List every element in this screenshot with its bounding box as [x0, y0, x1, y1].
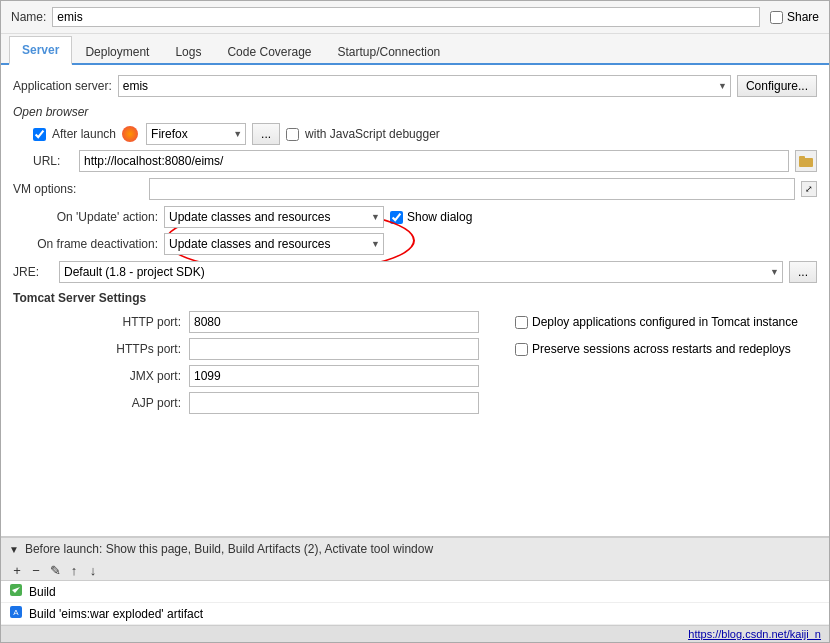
- on-frame-select[interactable]: Update classes and resources Hot swap cl…: [164, 233, 384, 255]
- footer: https://blog.csdn.net/kaiji_n: [1, 625, 829, 642]
- url-label: URL:: [33, 154, 73, 168]
- vm-expand-button[interactable]: ⤢: [801, 181, 817, 197]
- https-port-label: HTTPs port:: [21, 342, 181, 356]
- ajp-port-input[interactable]: [189, 392, 479, 414]
- up-before-launch-button[interactable]: ↑: [66, 562, 82, 578]
- build-label-2: Build 'eims:war exploded' artifact: [29, 607, 203, 621]
- app-server-label: Application server:: [13, 79, 112, 93]
- open-browser-label: Open browser: [13, 105, 817, 119]
- build-icon-1: [9, 583, 23, 600]
- jmx-port-label: JMX port:: [21, 369, 181, 383]
- remove-before-launch-button[interactable]: −: [28, 562, 44, 578]
- deploy-apps-label: Deploy applications configured in Tomcat…: [532, 315, 798, 329]
- url-input[interactable]: [79, 150, 789, 172]
- before-launch-label: Before launch: Show this page, Build, Bu…: [25, 542, 433, 556]
- main-content: Application server: emis Configure... Op…: [1, 65, 829, 536]
- url-folder-button[interactable]: [795, 150, 817, 172]
- jmx-port-input[interactable]: [189, 365, 479, 387]
- on-update-select[interactable]: Update classes and resources Hot swap cl…: [164, 206, 384, 228]
- svg-rect-0: [799, 158, 813, 167]
- svg-rect-1: [799, 156, 805, 159]
- deploy-apps-check[interactable]: [515, 316, 528, 329]
- configure-button[interactable]: Configure...: [737, 75, 817, 97]
- tab-server[interactable]: Server: [9, 36, 72, 65]
- on-frame-label: On frame deactivation:: [13, 237, 158, 251]
- browser-more-button[interactable]: ...: [252, 123, 280, 145]
- preserve-sessions-check[interactable]: [515, 343, 528, 356]
- https-port-input[interactable]: [189, 338, 479, 360]
- tabs-bar: Server Deployment Logs Code Coverage Sta…: [1, 34, 829, 65]
- jre-label: JRE:: [13, 265, 53, 279]
- tab-startup[interactable]: Startup/Connection: [325, 38, 454, 65]
- tab-logs[interactable]: Logs: [162, 38, 214, 65]
- edit-before-launch-button[interactable]: ✎: [47, 562, 63, 578]
- show-dialog-check[interactable]: [390, 211, 403, 224]
- build-icon-2: A: [9, 605, 23, 622]
- app-server-select[interactable]: emis: [118, 75, 731, 97]
- before-launch-toggle[interactable]: ▼: [9, 544, 19, 555]
- build-item-2: A Build 'eims:war exploded' artifact: [1, 603, 829, 625]
- ajp-port-label: AJP port:: [21, 396, 181, 410]
- tomcat-section-label: Tomcat Server Settings: [13, 291, 817, 305]
- jre-select[interactable]: Default (1.8 - project SDK): [59, 261, 783, 283]
- build-label-1: Build: [29, 585, 56, 599]
- add-before-launch-button[interactable]: +: [9, 562, 25, 578]
- footer-url[interactable]: https://blog.csdn.net/kaiji_n: [688, 628, 821, 640]
- tab-code-coverage[interactable]: Code Coverage: [214, 38, 324, 65]
- tab-deployment[interactable]: Deployment: [72, 38, 162, 65]
- name-input[interactable]: [52, 7, 760, 27]
- share-label: Share: [787, 10, 819, 24]
- on-update-label: On 'Update' action:: [13, 210, 158, 224]
- preserve-sessions-label: Preserve sessions across restarts and re…: [532, 342, 791, 356]
- js-debugger-label: with JavaScript debugger: [305, 127, 440, 141]
- after-launch-label: After launch: [52, 127, 116, 141]
- before-launch-bar: ▼ Before launch: Show this page, Build, …: [1, 537, 829, 560]
- svg-text:A: A: [13, 608, 19, 617]
- http-port-input[interactable]: [189, 311, 479, 333]
- jre-more-button[interactable]: ...: [789, 261, 817, 283]
- js-debugger-check[interactable]: [286, 128, 299, 141]
- http-port-label: HTTP port:: [21, 315, 181, 329]
- share-check[interactable]: [770, 11, 783, 24]
- firefox-icon: [122, 126, 138, 142]
- vm-options-input[interactable]: [149, 178, 795, 200]
- vm-options-label: VM options:: [13, 182, 143, 196]
- build-item-1: Build: [1, 581, 829, 603]
- down-before-launch-button[interactable]: ↓: [85, 562, 101, 578]
- name-label: Name:: [11, 10, 46, 24]
- share-checkbox[interactable]: Share: [770, 10, 819, 24]
- show-dialog-label: Show dialog: [407, 210, 472, 224]
- browser-select[interactable]: Firefox: [146, 123, 246, 145]
- after-launch-check[interactable]: [33, 128, 46, 141]
